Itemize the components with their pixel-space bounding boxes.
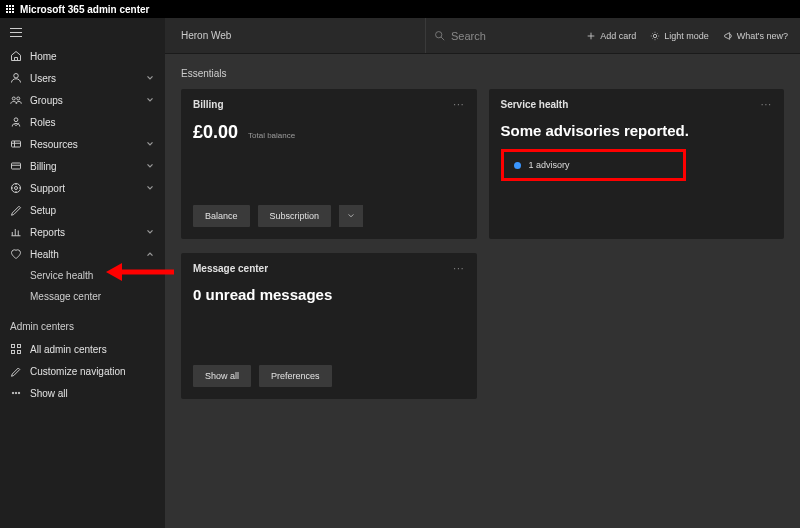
svg-point-2	[17, 97, 20, 100]
grid-icon	[10, 343, 22, 355]
global-topbar: Microsoft 365 admin center	[0, 0, 800, 18]
sidebar-item-label: Billing	[30, 161, 137, 172]
sidebar-item-label: Home	[30, 51, 155, 62]
sidebar-item-all-admin-centers[interactable]: All admin centers	[0, 338, 165, 360]
sidebar-item-reports[interactable]: Reports	[0, 221, 165, 243]
breadcrumb: Heron Web	[165, 30, 425, 41]
service-health-card: Service health ··· Some advisories repor…	[489, 89, 785, 239]
more-icon[interactable]: ···	[761, 99, 772, 110]
advisory-highlight[interactable]: 1 advisory	[501, 149, 686, 181]
sidebar-item-label: Show all	[30, 388, 155, 399]
resources-icon	[10, 138, 22, 150]
more-icon[interactable]: ···	[453, 263, 464, 274]
chevron-down-icon	[145, 183, 155, 193]
sidebar-subitem-service-health[interactable]: Service health	[0, 265, 165, 286]
sidebar-item-resources[interactable]: Resources	[0, 133, 165, 155]
billing-icon	[10, 160, 22, 172]
sidebar-item-health[interactable]: Health	[0, 243, 165, 265]
advisory-dot-icon	[514, 162, 521, 169]
home-icon	[10, 50, 22, 62]
sidebar-item-roles[interactable]: Roles	[0, 111, 165, 133]
chevron-down-icon	[347, 212, 355, 220]
light-mode-button[interactable]: Light mode	[650, 31, 709, 41]
sidebar: Home Users Groups Roles Resources Billin…	[0, 18, 165, 528]
preferences-button[interactable]: Preferences	[259, 365, 332, 387]
sidebar-item-label: Resources	[30, 139, 137, 150]
sidebar-item-billing[interactable]: Billing	[0, 155, 165, 177]
svg-point-15	[436, 32, 442, 38]
content-area: Heron Web Search Add card Light mode Wha…	[165, 18, 800, 528]
balance-button[interactable]: Balance	[193, 205, 250, 227]
card-title: Message center	[193, 263, 268, 274]
toolbar-label: Add card	[600, 31, 636, 41]
messages-headline: 0 unread messages	[193, 286, 465, 303]
sidebar-subitem-message-center[interactable]: Message center	[0, 286, 165, 307]
setup-icon	[10, 204, 22, 216]
subscription-button[interactable]: Subscription	[258, 205, 332, 227]
megaphone-icon	[723, 31, 733, 41]
add-card-button[interactable]: Add card	[586, 31, 636, 41]
svg-point-3	[14, 118, 18, 122]
health-headline: Some advisories reported.	[501, 122, 773, 139]
app-launcher-icon[interactable]	[6, 5, 14, 13]
sidebar-item-show-all[interactable]: Show all	[0, 382, 165, 404]
user-icon	[10, 72, 22, 84]
sidebar-item-label: Customize navigation	[30, 366, 155, 377]
more-icon[interactable]: ···	[453, 99, 464, 110]
sidebar-item-customize-navigation[interactable]: Customize navigation	[0, 360, 165, 382]
advisory-text: 1 advisory	[529, 160, 570, 170]
toolbar-label: Light mode	[664, 31, 709, 41]
sidebar-item-groups[interactable]: Groups	[0, 89, 165, 111]
dots-icon	[10, 387, 22, 399]
group-icon	[10, 94, 22, 106]
svg-rect-8	[12, 345, 15, 348]
content-topbar: Heron Web Search Add card Light mode Wha…	[165, 18, 800, 54]
svg-rect-10	[12, 351, 15, 354]
svg-point-1	[12, 97, 15, 100]
svg-point-12	[12, 392, 14, 394]
chevron-down-icon	[145, 161, 155, 171]
sidebar-item-support[interactable]: Support	[0, 177, 165, 199]
search-placeholder: Search	[451, 30, 486, 42]
sidebar-item-label: All admin centers	[30, 344, 155, 355]
svg-point-0	[14, 74, 19, 79]
svg-rect-11	[18, 351, 21, 354]
billing-amount: £0.00	[193, 122, 238, 143]
message-center-card: Message center ··· 0 unread messages Sho…	[181, 253, 477, 399]
sun-icon	[650, 31, 660, 41]
sidebar-item-home[interactable]: Home	[0, 45, 165, 67]
whats-new-button[interactable]: What's new?	[723, 31, 788, 41]
sidebar-item-label: Groups	[30, 95, 137, 106]
chevron-down-icon	[145, 227, 155, 237]
card-title: Service health	[501, 99, 569, 110]
sidebar-item-setup[interactable]: Setup	[0, 199, 165, 221]
subscription-dropdown[interactable]	[339, 205, 363, 227]
chevron-down-icon	[145, 95, 155, 105]
sidebar-item-label: Reports	[30, 227, 137, 238]
svg-rect-4	[12, 141, 21, 147]
svg-rect-5	[12, 163, 21, 169]
plus-icon	[586, 31, 596, 41]
sidebar-item-users[interactable]: Users	[0, 67, 165, 89]
search-input[interactable]: Search	[425, 18, 586, 53]
toolbar-label: What's new?	[737, 31, 788, 41]
chevron-up-icon	[145, 249, 155, 259]
sidebar-item-label: Roles	[30, 117, 155, 128]
sidebar-item-label: Users	[30, 73, 137, 84]
svg-point-16	[654, 34, 657, 37]
chevron-down-icon	[145, 73, 155, 83]
sidebar-item-label: Support	[30, 183, 137, 194]
billing-card: Billing ··· £0.00 Total balance Balance …	[181, 89, 477, 239]
search-icon	[434, 30, 445, 41]
chevron-down-icon	[145, 139, 155, 149]
sidebar-item-label: Health	[30, 249, 137, 260]
show-all-button[interactable]: Show all	[193, 365, 251, 387]
section-title-essentials: Essentials	[165, 54, 800, 89]
sidebar-item-label: Setup	[30, 205, 155, 216]
svg-point-7	[15, 187, 18, 190]
hamburger-menu[interactable]	[0, 24, 165, 41]
billing-subtext: Total balance	[248, 131, 295, 140]
svg-point-13	[15, 392, 17, 394]
roles-icon	[10, 116, 22, 128]
svg-rect-9	[18, 345, 21, 348]
